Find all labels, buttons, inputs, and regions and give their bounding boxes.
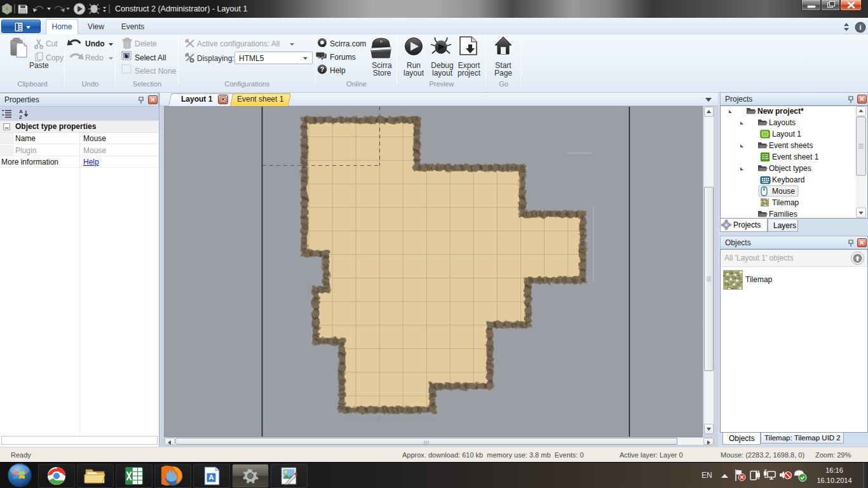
svg-text:Z: Z <box>19 114 22 120</box>
svg-text:New project*: New project* <box>757 107 804 116</box>
svg-text:Event sheets: Event sheets <box>769 141 813 150</box>
svg-text:Tilemap: Tilemap <box>772 198 799 207</box>
svg-text:Layout 1: Layout 1 <box>772 130 801 139</box>
svg-text:Layouts: Layouts <box>769 118 796 127</box>
svg-text:Keyboard: Keyboard <box>772 175 804 184</box>
svg-text:Mouse: Mouse <box>772 187 795 196</box>
svg-text:A: A <box>208 473 214 481</box>
svg-text:Construct 2 (Administrator) -: Construct 2 (Administrator) - Layout 1 <box>115 4 247 13</box>
svg-text:Families: Families <box>769 210 797 218</box>
svg-text:A: A <box>19 109 23 114</box>
svg-text:Event sheet 1: Event sheet 1 <box>772 152 819 161</box>
svg-text:i: i <box>859 24 861 31</box>
svg-text:?: ? <box>320 66 324 73</box>
svg-text:Object types: Object types <box>769 164 811 173</box>
